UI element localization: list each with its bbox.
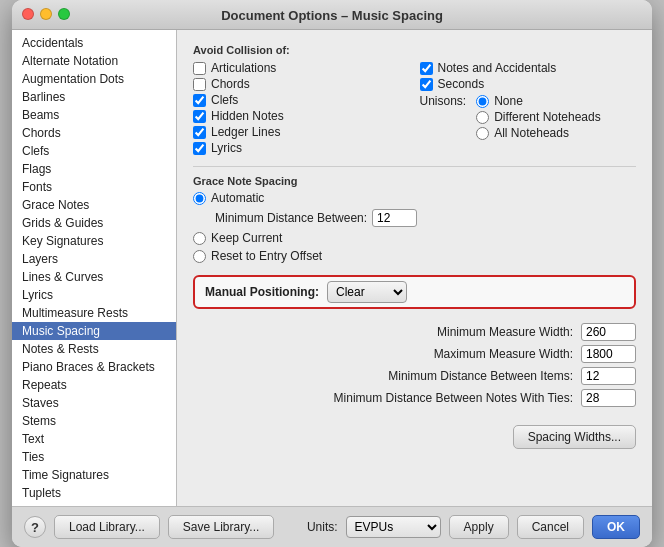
clefs-label: Clefs (211, 93, 238, 107)
sidebar-item[interactable]: Grace Notes (12, 196, 176, 214)
unisons-none-radio[interactable] (476, 95, 489, 108)
articulations-checkbox[interactable] (193, 62, 206, 75)
sidebar-item[interactable]: Notes & Rests (12, 340, 176, 358)
sidebar-item[interactable]: Augmentation Dots (12, 70, 176, 88)
units-label: Units: (307, 520, 338, 534)
ledger-lines-checkbox[interactable] (193, 126, 206, 139)
chords-row: Chords (193, 76, 410, 92)
grace-note-section: Grace Note Spacing Automatic Minimum Dis… (193, 166, 636, 263)
ok-button[interactable]: OK (592, 515, 640, 539)
avoid-collision-grid: Articulations Chords Clefs Hidden N (193, 60, 636, 156)
automatic-radio[interactable] (193, 192, 206, 205)
hidden-notes-checkbox[interactable] (193, 110, 206, 123)
sidebar-item[interactable]: Lyrics (12, 286, 176, 304)
sidebar-item[interactable]: Lines & Curves (12, 268, 176, 286)
min-distance-input[interactable] (372, 209, 417, 227)
sidebar-item[interactable]: Text (12, 430, 176, 448)
unisons-label: Unisons: (420, 94, 467, 108)
units-select[interactable]: EVPUsInchesPointsCentimeters (346, 516, 441, 538)
notes-accidentals-row: Notes and Accidentals (420, 60, 637, 76)
unisons-all-label: All Noteheads (494, 126, 569, 140)
sidebar-item[interactable]: Multimeasure Rests (12, 304, 176, 322)
avoid-collision-section: Avoid Collision of: Articulations Chords (193, 44, 636, 156)
reset-entry-radio[interactable] (193, 250, 206, 263)
manual-positioning-select[interactable]: ClearPreserveReset (327, 281, 407, 303)
min-distance-label: Minimum Distance Between: (215, 211, 367, 225)
lyrics-row: Lyrics (193, 140, 410, 156)
measure-width-input[interactable] (581, 345, 636, 363)
sidebar-item[interactable]: Music Spacing (12, 322, 176, 340)
measure-width-input[interactable] (581, 389, 636, 407)
apply-button[interactable]: Apply (449, 515, 509, 539)
sidebar-item[interactable]: Layers (12, 250, 176, 268)
measure-width-row: Minimum Measure Width: (193, 323, 636, 341)
lyrics-label: Lyrics (211, 141, 242, 155)
seconds-row: Seconds (420, 76, 637, 92)
maximize-button[interactable] (58, 8, 70, 20)
automatic-row: Automatic (193, 191, 636, 205)
hidden-notes-label: Hidden Notes (211, 109, 284, 123)
sidebar-item[interactable]: Chords (12, 124, 176, 142)
dialog-window: Document Options – Music Spacing Acciden… (12, 0, 652, 547)
sidebar-item[interactable]: Ties (12, 448, 176, 466)
cancel-button[interactable]: Cancel (517, 515, 584, 539)
hidden-notes-row: Hidden Notes (193, 108, 410, 124)
grace-note-content: Automatic Minimum Distance Between: Keep… (193, 191, 636, 263)
unisons-none-row: None (476, 94, 601, 108)
spacing-widths-button[interactable]: Spacing Widths... (513, 425, 636, 449)
clefs-row: Clefs (193, 92, 410, 108)
unisons-radio-group: None Different Noteheads All Noteheads (476, 94, 601, 140)
traffic-lights (22, 8, 70, 20)
clefs-checkbox[interactable] (193, 94, 206, 107)
load-library-button[interactable]: Load Library... (54, 515, 160, 539)
unisons-section: Unisons: None Different Noteheads (420, 94, 637, 140)
measure-width-label: Minimum Distance Between Items: (388, 369, 573, 383)
sidebar-item[interactable]: Time Signatures (12, 466, 176, 484)
notes-accidentals-checkbox[interactable] (420, 62, 433, 75)
title-bar: Document Options – Music Spacing (12, 0, 652, 30)
unisons-all-row: All Noteheads (476, 126, 601, 140)
sidebar: AccidentalsAlternate NotationAugmentatio… (12, 30, 177, 506)
lyrics-checkbox[interactable] (193, 142, 206, 155)
sidebar-item[interactable]: Flags (12, 160, 176, 178)
sidebar-item[interactable]: Key Signatures (12, 232, 176, 250)
dialog-body: AccidentalsAlternate NotationAugmentatio… (12, 30, 652, 506)
measure-width-input[interactable] (581, 323, 636, 341)
manual-positioning-label: Manual Positioning: (205, 285, 319, 299)
close-button[interactable] (22, 8, 34, 20)
widths-section: Minimum Measure Width:Maximum Measure Wi… (193, 323, 636, 411)
manual-positioning-row: Manual Positioning: ClearPreserveReset (193, 275, 636, 309)
sidebar-item[interactable]: Fonts (12, 178, 176, 196)
sidebar-item[interactable]: Barlines (12, 88, 176, 106)
keep-current-radio[interactable] (193, 232, 206, 245)
seconds-label: Seconds (438, 77, 485, 91)
automatic-label: Automatic (211, 191, 264, 205)
help-button[interactable]: ? (24, 516, 46, 538)
sidebar-item[interactable]: Alternate Notation (12, 52, 176, 70)
articulations-label: Articulations (211, 61, 276, 75)
sidebar-item[interactable]: Beams (12, 106, 176, 124)
measure-width-input[interactable] (581, 367, 636, 385)
sidebar-item[interactable]: Repeats (12, 376, 176, 394)
unisons-different-radio[interactable] (476, 111, 489, 124)
sidebar-item[interactable]: Accidentals (12, 34, 176, 52)
sidebar-item[interactable]: Tuplets (12, 484, 176, 502)
seconds-checkbox[interactable] (420, 78, 433, 91)
spacing-widths-container: Spacing Widths... (193, 421, 636, 449)
sidebar-item[interactable]: Piano Braces & Brackets (12, 358, 176, 376)
sidebar-item[interactable]: Staves (12, 394, 176, 412)
unisons-all-radio[interactable] (476, 127, 489, 140)
minimize-button[interactable] (40, 8, 52, 20)
avoid-collision-right: Notes and Accidentals Seconds Unisons: (420, 60, 637, 156)
sidebar-item[interactable]: Stems (12, 412, 176, 430)
min-distance-row: Minimum Distance Between: (215, 209, 636, 227)
measure-width-row: Minimum Distance Between Notes With Ties… (193, 389, 636, 407)
measure-width-label: Minimum Measure Width: (437, 325, 573, 339)
articulations-row: Articulations (193, 60, 410, 76)
chords-checkbox[interactable] (193, 78, 206, 91)
sidebar-item[interactable]: Grids & Guides (12, 214, 176, 232)
reset-entry-label: Reset to Entry Offset (211, 249, 322, 263)
save-library-button[interactable]: Save Library... (168, 515, 274, 539)
sidebar-item[interactable]: Clefs (12, 142, 176, 160)
measure-width-row: Minimum Distance Between Items: (193, 367, 636, 385)
